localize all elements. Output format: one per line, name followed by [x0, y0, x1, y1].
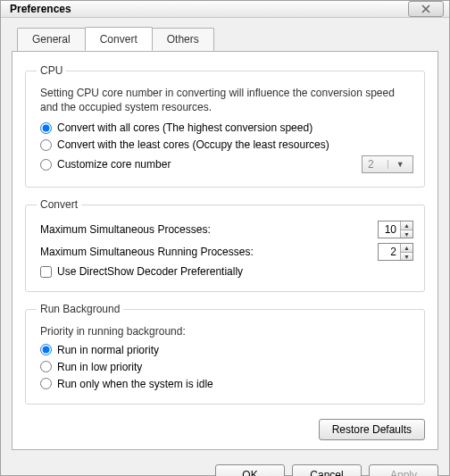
- preferences-window: Preferences General Convert Others CPU S…: [0, 0, 450, 476]
- close-icon: [421, 4, 430, 13]
- max-proc-input[interactable]: [379, 221, 400, 238]
- window-body: General Convert Others CPU Setting CPU c…: [1, 18, 449, 455]
- bg-heading: Priority in running background:: [40, 324, 413, 338]
- close-button[interactable]: [408, 1, 444, 17]
- tabstrip: General Convert Others: [17, 27, 438, 51]
- spin-up-icon[interactable]: ▲: [400, 221, 412, 230]
- radio-bg-idle[interactable]: [40, 378, 52, 389]
- max-proc-label: Maximum Simultaneous Processes:: [40, 223, 378, 236]
- radio-cpu-least[interactable]: [40, 139, 52, 151]
- radio-cpu-all-label: Convert with all cores (The highest conv…: [57, 121, 312, 134]
- max-run-label: Maximum Simultaneous Running Processes:: [40, 246, 378, 258]
- ok-button[interactable]: OK: [215, 464, 285, 476]
- spin-down-icon[interactable]: ▼: [400, 252, 412, 261]
- spin-up-icon[interactable]: ▲: [400, 244, 412, 252]
- checkbox-directshow-label: Use DirectShow Decoder Preferentially: [57, 265, 243, 278]
- radio-cpu-custom-label: Customize core number: [57, 158, 171, 171]
- group-background: Run Background Priority in running backg…: [25, 303, 425, 404]
- radio-bg-normal[interactable]: [40, 344, 52, 355]
- group-convert: Convert Maximum Simultaneous Processes: …: [25, 198, 425, 292]
- chevron-down-icon: ▼: [388, 160, 413, 169]
- tab-general[interactable]: General: [17, 28, 86, 52]
- radio-cpu-custom[interactable]: [40, 159, 52, 171]
- radio-cpu-least-label: Convert with the least cores (Occupy the…: [57, 138, 329, 151]
- max-proc-spinner[interactable]: ▲ ▼: [378, 221, 413, 238]
- group-convert-legend: Convert: [37, 198, 81, 211]
- tab-panel-convert: CPU Setting CPU core number in convertin…: [12, 51, 438, 450]
- apply-button[interactable]: Apply: [369, 464, 438, 476]
- max-run-spinner[interactable]: ▲ ▼: [378, 243, 413, 261]
- radio-bg-normal-label: Run in normal priority: [57, 344, 159, 356]
- radio-bg-low-label: Run in low priority: [57, 361, 142, 373]
- group-cpu-legend: CPU: [37, 64, 66, 77]
- cancel-button[interactable]: Cancel: [292, 464, 362, 476]
- tab-convert[interactable]: Convert: [85, 27, 153, 51]
- radio-bg-low[interactable]: [40, 361, 52, 372]
- titlebar: Preferences: [1, 1, 449, 18]
- tab-others[interactable]: Others: [152, 28, 214, 52]
- radio-cpu-all[interactable]: [40, 122, 52, 134]
- radio-bg-idle-label: Run only when the system is idle: [57, 378, 213, 390]
- checkbox-directshow[interactable]: [40, 266, 52, 278]
- max-run-input[interactable]: [379, 244, 400, 260]
- spin-down-icon[interactable]: ▼: [400, 230, 412, 238]
- cpu-description: Setting CPU core number in converting wi…: [40, 86, 413, 114]
- window-title: Preferences: [10, 3, 408, 15]
- restore-defaults-button[interactable]: Restore Defaults: [319, 419, 425, 440]
- dialog-footer: OK Cancel Apply: [1, 455, 449, 476]
- group-background-legend: Run Background: [37, 303, 123, 315]
- core-combo-value: 2: [362, 158, 388, 171]
- core-combo[interactable]: 2 ▼: [362, 155, 413, 173]
- group-cpu: CPU Setting CPU core number in convertin…: [25, 64, 425, 188]
